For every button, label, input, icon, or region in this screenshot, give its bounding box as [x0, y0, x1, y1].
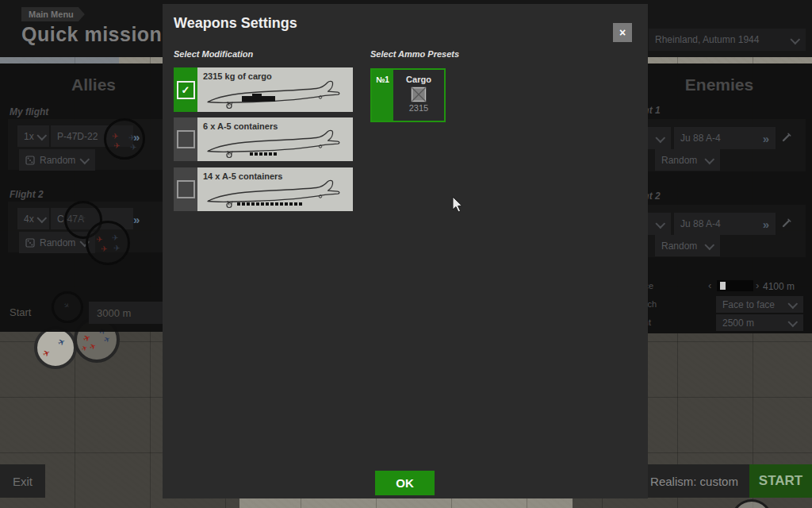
close-button[interactable]: ×: [613, 23, 632, 42]
distance-slider[interactable]: [717, 280, 753, 291]
chevron-down-icon: [787, 298, 798, 309]
modification-body: 14 x A-5 containers: [197, 167, 353, 211]
dark-plane-icon: ✈: [79, 214, 86, 222]
my-flight-label: My flight: [10, 106, 48, 117]
presets-section-label: Select Ammo Presets: [370, 49, 459, 59]
chevron-down-icon: [655, 133, 665, 143]
modification-option-6-containers[interactable]: ✓ 6 x A-5 containers: [174, 117, 353, 161]
start-altitude-input[interactable]: 3000 m: [89, 302, 164, 324]
enemy-flight1-skin-value: Random: [661, 155, 702, 166]
approach-select[interactable]: Face to face: [716, 296, 803, 313]
map-marker-allied-pair: ✈ ✈: [34, 326, 77, 369]
blue-plane-icon: ✈: [102, 335, 112, 345]
start-altitude-value: 3000 m: [97, 307, 131, 319]
enemy-flight1-aircraft-field[interactable]: Ju 88 A-4 »: [674, 127, 776, 149]
enemy-flight1-skin-select[interactable]: Random: [655, 149, 720, 171]
modification-option-14-containers[interactable]: ✓ 14 x A-5 containers: [174, 167, 353, 211]
exit-button[interactable]: Exit: [0, 464, 45, 498]
dice-icon: [25, 156, 35, 165]
preset-number: №1: [376, 75, 389, 84]
breadcrumb[interactable]: Main Menu: [21, 7, 85, 21]
dark-plane-icon: ✈: [62, 302, 71, 311]
preset-count: 2315: [409, 103, 428, 113]
breadcrumb-label: Main Menu: [29, 10, 74, 19]
start-label: Start: [10, 306, 31, 318]
blue-plane-icon: ✈: [113, 244, 120, 252]
my-flight-loadout-chevron[interactable]: »: [133, 130, 140, 144]
dice-icon: [25, 238, 35, 248]
enemy-flight2-skin-select[interactable]: Random: [655, 235, 720, 256]
chevron-down-icon: [36, 130, 47, 140]
enemy-flight2-aircraft-field[interactable]: Ju 88 A-4 »: [674, 213, 776, 235]
mouse-cursor: [452, 197, 464, 214]
flight2-loadout-chevron[interactable]: »: [133, 213, 140, 226]
map-select[interactable]: Rheinland, Autumn 1944: [649, 29, 806, 51]
close-icon: ×: [619, 26, 626, 39]
enemy-flight1-loadout-chevron[interactable]: »: [763, 132, 769, 145]
distance-value: 4100 m: [763, 281, 795, 292]
flight2-roundel-secondary[interactable]: ✈ ✈ ✈ ✈: [86, 221, 130, 265]
slider-increase-arrow[interactable]: ›: [756, 279, 759, 291]
cargo-crate-icon: [411, 87, 427, 102]
red-plane-icon: ✈: [41, 348, 52, 360]
flight2-skin-value: Random: [40, 237, 77, 248]
my-flight-aircraft-value: P-47D-22: [57, 131, 98, 142]
preset-body: Cargo 2315: [393, 70, 444, 121]
quick-mission-screen: ✈ ✈ ✈ ✈ ✈ ✈ ✈ ✈ Main Menu Quick mission …: [0, 0, 812, 508]
red-plane-icon: ✈: [88, 342, 98, 352]
red-plane-icon: ✈: [96, 236, 102, 244]
my-flight-count-select[interactable]: 1x: [17, 125, 49, 147]
checkbox[interactable]: ✓: [177, 130, 195, 148]
modification-option-cargo[interactable]: ✓ 2315 kg of cargo: [174, 67, 353, 112]
modal-title: Weapons Settings: [174, 15, 297, 32]
checkbox[interactable]: ✓: [177, 180, 195, 198]
red-plane-icon: ✈: [80, 344, 89, 353]
enemy-flight2-skin-value: Random: [661, 241, 702, 252]
exit-label: Exit: [13, 475, 33, 488]
approach-value: Face to face: [722, 299, 785, 310]
modification-body: 6 x A-5 containers: [197, 117, 353, 161]
ok-label: OK: [396, 476, 414, 490]
flight2-label: Flight 2: [10, 189, 44, 200]
start-button[interactable]: START: [749, 464, 812, 498]
page-title: Quick mission: [21, 23, 162, 46]
checkbox-column: ✓: [174, 117, 197, 161]
chevron-down-icon: [790, 34, 800, 44]
weapons-settings-modal: Weapons Settings × Select Modification S…: [163, 4, 648, 498]
blue-plane-icon: ✈: [130, 144, 136, 152]
allies-header: Allies: [0, 75, 187, 94]
edit-loadout-icon[interactable]: [781, 217, 792, 229]
enemies-header: Enemies: [626, 75, 812, 94]
map-river: [0, 57, 119, 64]
chevron-down-icon: [36, 213, 47, 223]
red-plane-icon: ✈: [101, 245, 107, 253]
my-flight-count-value: 1x: [24, 131, 34, 142]
modifications-section-label: Select Modification: [174, 49, 253, 59]
chevron-down-icon: [79, 154, 90, 164]
red-plane-icon: ✈: [112, 133, 118, 140]
preset-number-strip: №1: [372, 70, 393, 121]
aircraft-containers-diagram: [202, 179, 349, 211]
chevron-down-icon: [704, 240, 714, 250]
red-plane-icon: ✈: [113, 142, 120, 150]
start-button-label: START: [759, 473, 802, 489]
distance-slider-handle[interactable]: [720, 282, 726, 290]
my-flight-skin-select[interactable]: Random: [19, 149, 95, 171]
flight2-count-select[interactable]: 4x: [17, 208, 49, 229]
check-icon: ✓: [182, 84, 190, 96]
aircraft-containers-diagram: [202, 129, 349, 161]
enemy-flight1-aircraft-value: Ju 88 A-4: [680, 133, 758, 144]
ok-button[interactable]: OK: [375, 471, 435, 495]
height-select[interactable]: 2500 m: [716, 314, 803, 331]
checkbox-column: ✓: [174, 167, 197, 211]
checkbox[interactable]: ✓: [177, 81, 195, 99]
edit-loadout-icon[interactable]: [781, 132, 792, 143]
ammo-preset-card[interactable]: №1 Cargo 2315: [370, 68, 446, 122]
realism-button[interactable]: Realism: custom: [639, 464, 749, 498]
slider-decrease-arrow[interactable]: ‹: [708, 279, 711, 291]
blue-plane-icon: ✈: [56, 337, 67, 348]
start-direction-dial[interactable]: ✈: [52, 291, 83, 323]
chevron-down-icon: [704, 154, 714, 164]
aircraft-cargo-diagram: [202, 80, 349, 112]
enemy-flight2-loadout-chevron[interactable]: »: [763, 217, 769, 231]
